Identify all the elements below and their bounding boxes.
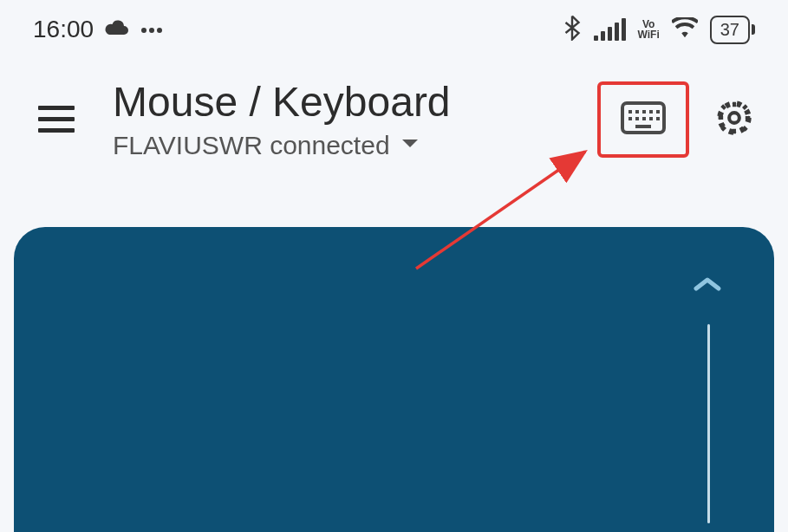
status-left: 16:00 (33, 16, 163, 43)
title-area: Mouse / Keyboard FLAVIUSWR connected (113, 78, 580, 160)
svg-rect-9 (656, 110, 660, 114)
scroll-track[interactable] (707, 324, 710, 523)
chevron-up-icon[interactable] (693, 276, 722, 296)
svg-rect-6 (635, 110, 639, 114)
svg-rect-5 (628, 110, 632, 114)
status-bar: 16:00 Vo WiFi 37 (0, 0, 788, 52)
vowifi-bottom: WiFi (638, 29, 660, 40)
svg-rect-13 (649, 117, 653, 120)
keyboard-icon (620, 101, 667, 139)
hamburger-menu-icon[interactable] (33, 101, 80, 138)
touchpad-area[interactable] (14, 227, 774, 532)
gear-icon (715, 99, 753, 140)
status-right: Vo WiFi 37 (563, 15, 755, 44)
svg-rect-11 (635, 117, 639, 120)
svg-rect-12 (642, 117, 646, 120)
cloud-icon (104, 18, 130, 41)
svg-rect-8 (649, 110, 653, 114)
svg-point-15 (729, 113, 739, 123)
svg-point-1 (149, 28, 154, 33)
app-header: Mouse / Keyboard FLAVIUSWR connected (0, 52, 788, 195)
signal-icon (594, 18, 626, 41)
connection-status: FLAVIUSWR connected (113, 131, 390, 160)
status-time: 16:00 (33, 16, 94, 43)
vowifi-icon: Vo WiFi (638, 19, 660, 40)
bluetooth-icon (563, 15, 582, 44)
connection-dropdown[interactable]: FLAVIUSWR connected (113, 131, 580, 160)
battery-icon: 37 (710, 16, 755, 44)
svg-point-0 (141, 28, 147, 33)
svg-rect-7 (642, 110, 646, 114)
settings-button[interactable] (707, 90, 762, 149)
keyboard-button[interactable] (597, 81, 689, 158)
svg-point-2 (157, 28, 162, 33)
battery-level: 37 (710, 16, 750, 44)
chevron-down-icon (401, 138, 420, 153)
wifi-icon (672, 17, 698, 42)
svg-rect-10 (628, 117, 632, 120)
more-icon (140, 22, 163, 37)
page-title: Mouse / Keyboard (113, 78, 580, 126)
svg-rect-14 (656, 117, 660, 120)
